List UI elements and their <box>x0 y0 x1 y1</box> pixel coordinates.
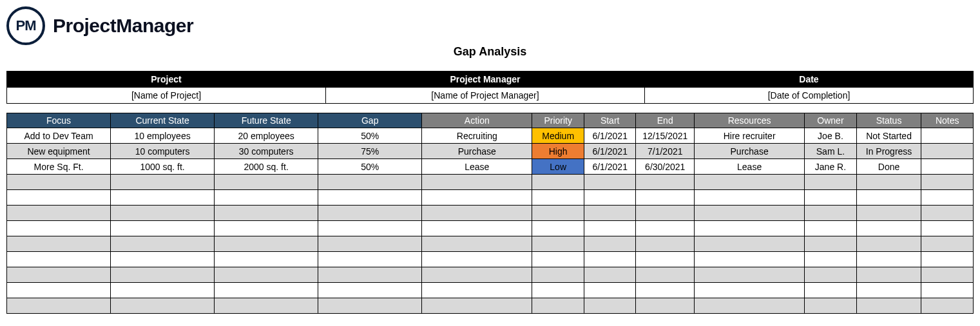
cell-priority[interactable] <box>532 252 584 267</box>
cell-gap[interactable]: 50% <box>318 159 422 175</box>
cell-notes[interactable] <box>921 221 974 236</box>
cell-gap[interactable] <box>318 221 422 236</box>
cell-action[interactable] <box>422 283 532 298</box>
cell-start[interactable]: 6/1/2021 <box>584 159 636 175</box>
cell-notes[interactable] <box>921 267 974 283</box>
cell-current[interactable] <box>111 221 215 236</box>
cell-priority[interactable] <box>532 206 584 221</box>
cell-action[interactable]: Lease <box>422 159 532 175</box>
cell-status[interactable]: Done <box>856 159 921 175</box>
cell-status[interactable] <box>856 206 921 221</box>
cell-notes[interactable] <box>921 298 974 314</box>
cell-current[interactable]: 10 employees <box>111 128 215 144</box>
cell-resources[interactable] <box>695 190 805 206</box>
cell-current[interactable] <box>111 175 215 190</box>
cell-action[interactable] <box>422 206 532 221</box>
cell-current[interactable] <box>111 190 215 206</box>
cell-resources[interactable] <box>695 252 805 267</box>
cell-owner[interactable]: Sam L. <box>805 144 857 159</box>
cell-owner[interactable] <box>805 175 857 190</box>
cell-status[interactable] <box>856 236 921 252</box>
cell-start[interactable] <box>584 267 636 283</box>
cell-resources[interactable] <box>695 267 805 283</box>
cell-end[interactable] <box>636 221 695 236</box>
cell-end[interactable] <box>636 252 695 267</box>
cell-focus[interactable]: Add to Dev Team <box>7 128 111 144</box>
cell-notes[interactable] <box>921 144 974 159</box>
meta-date-cell[interactable]: [Date of Completion] <box>645 88 974 104</box>
cell-focus[interactable] <box>7 175 111 190</box>
cell-start[interactable]: 6/1/2021 <box>584 128 636 144</box>
cell-priority[interactable] <box>532 283 584 298</box>
cell-gap[interactable] <box>318 236 422 252</box>
cell-current[interactable] <box>111 206 215 221</box>
cell-future[interactable] <box>215 206 318 221</box>
cell-future[interactable] <box>215 298 318 314</box>
cell-start[interactable] <box>584 190 636 206</box>
cell-focus[interactable] <box>7 267 111 283</box>
cell-resources[interactable] <box>695 175 805 190</box>
cell-current[interactable]: 10 computers <box>111 144 215 159</box>
cell-resources[interactable] <box>695 221 805 236</box>
cell-future[interactable] <box>215 190 318 206</box>
cell-priority[interactable]: Medium <box>532 128 584 144</box>
cell-gap[interactable]: 50% <box>318 128 422 144</box>
cell-current[interactable] <box>111 236 215 252</box>
cell-end[interactable]: 7/1/2021 <box>636 144 695 159</box>
cell-notes[interactable] <box>921 128 974 144</box>
cell-action[interactable] <box>422 236 532 252</box>
cell-notes[interactable] <box>921 252 974 267</box>
cell-action[interactable]: Recruiting <box>422 128 532 144</box>
cell-gap[interactable] <box>318 175 422 190</box>
cell-action[interactable] <box>422 175 532 190</box>
cell-action[interactable] <box>422 252 532 267</box>
cell-priority[interactable] <box>532 267 584 283</box>
cell-priority[interactable]: High <box>532 144 584 159</box>
cell-future[interactable] <box>215 252 318 267</box>
cell-future[interactable] <box>215 236 318 252</box>
cell-notes[interactable] <box>921 175 974 190</box>
cell-start[interactable] <box>584 236 636 252</box>
cell-resources[interactable] <box>695 298 805 314</box>
cell-current[interactable] <box>111 298 215 314</box>
cell-owner[interactable] <box>805 206 857 221</box>
cell-notes[interactable] <box>921 190 974 206</box>
cell-end[interactable] <box>636 175 695 190</box>
cell-gap[interactable] <box>318 283 422 298</box>
cell-owner[interactable]: Joe B. <box>805 128 857 144</box>
cell-status[interactable] <box>856 221 921 236</box>
cell-notes[interactable] <box>921 159 974 175</box>
cell-future[interactable] <box>215 221 318 236</box>
cell-start[interactable] <box>584 298 636 314</box>
cell-action[interactable] <box>422 298 532 314</box>
cell-end[interactable]: 6/30/2021 <box>636 159 695 175</box>
cell-focus[interactable] <box>7 298 111 314</box>
cell-priority[interactable] <box>532 175 584 190</box>
cell-notes[interactable] <box>921 236 974 252</box>
cell-future[interactable]: 2000 sq. ft. <box>215 159 318 175</box>
cell-end[interactable] <box>636 206 695 221</box>
cell-end[interactable] <box>636 298 695 314</box>
cell-future[interactable] <box>215 175 318 190</box>
cell-focus[interactable] <box>7 252 111 267</box>
cell-owner[interactable] <box>805 252 857 267</box>
cell-status[interactable] <box>856 298 921 314</box>
cell-gap[interactable] <box>318 206 422 221</box>
cell-priority[interactable]: Low <box>532 159 584 175</box>
cell-priority[interactable] <box>532 221 584 236</box>
cell-start[interactable] <box>584 252 636 267</box>
cell-priority[interactable] <box>532 190 584 206</box>
cell-action[interactable] <box>422 190 532 206</box>
cell-resources[interactable]: Hire recruiter <box>695 128 805 144</box>
cell-status[interactable] <box>856 175 921 190</box>
cell-gap[interactable]: 75% <box>318 144 422 159</box>
cell-gap[interactable] <box>318 267 422 283</box>
cell-status[interactable] <box>856 267 921 283</box>
meta-project-cell[interactable]: [Name of Project] <box>7 88 326 104</box>
cell-owner[interactable] <box>805 236 857 252</box>
cell-end[interactable] <box>636 236 695 252</box>
cell-priority[interactable] <box>532 236 584 252</box>
cell-current[interactable] <box>111 283 215 298</box>
cell-status[interactable] <box>856 252 921 267</box>
cell-start[interactable] <box>584 283 636 298</box>
